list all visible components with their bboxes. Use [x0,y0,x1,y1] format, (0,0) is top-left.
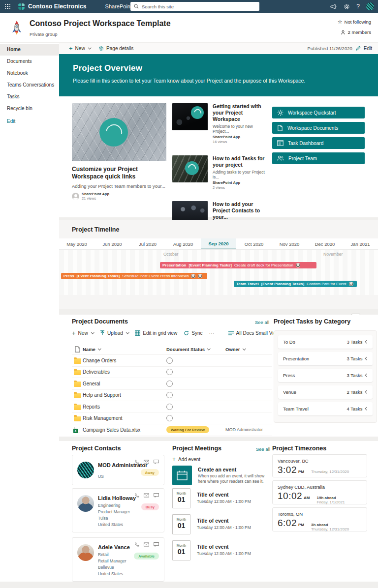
document-row[interactable]: Reports [72,401,272,413]
month-tab[interactable]: Dec 2020 [307,238,343,249]
sidebar-item-teams-conversations[interactable]: Teams Conversations [0,79,59,91]
mail-icon[interactable] [144,460,149,464]
event-date-box[interactable]: Month 01 [172,488,190,508]
mail-icon[interactable] [144,542,149,547]
doc-new-button[interactable]: + New [72,330,94,336]
quicklink-workspace-quickstart[interactable]: Workspace Quickstart [272,107,365,118]
contact-card[interactable]: Lidia Holloway Engineering Product Manag… [72,488,164,532]
file-type-column-icon[interactable] [75,346,80,353]
app-launcher-icon[interactable] [5,4,10,9]
settings-gear-icon[interactable] [344,3,350,10]
quicklink-task-dashboard[interactable]: Task Dashboard [272,137,365,149]
event-title[interactable]: Title of event [197,492,229,498]
site-logo[interactable] [7,18,27,37]
news-item-title[interactable]: How to add Tasks for your project [213,155,267,168]
contoso-logo-icon[interactable] [18,3,25,10]
status-radio[interactable] [166,404,173,410]
meetings-see-all-link[interactable]: See all [256,446,270,452]
documents-see-all-link[interactable]: See all [255,320,269,325]
document-name[interactable]: Change Orders [83,358,116,363]
new-button[interactable]: + New [69,45,91,52]
column-header-owner[interactable]: Owner [225,347,272,352]
task-category-row[interactable]: To Do 3 Tasks [278,335,373,349]
doc-more-button[interactable]: ⋯ [209,330,215,336]
contact-card[interactable]: Adele Vance Retail Retail Manager Bellev… [72,537,164,582]
month-tab[interactable]: Aug 2020 [165,238,201,249]
event-title[interactable]: Title of event [197,518,229,524]
help-icon[interactable]: ? [356,3,360,9]
month-tab[interactable]: Jun 2020 [94,238,130,249]
contact-name[interactable]: Adele Vance [98,544,130,550]
month-tab[interactable]: May 2020 [59,238,94,249]
status-radio[interactable] [166,369,173,375]
phone-icon[interactable] [134,542,139,547]
document-row[interactable]: Risk Management [72,413,272,425]
document-row[interactable]: Help and Support [72,390,272,402]
sidebar-item-notebook[interactable]: Notebook [0,67,59,79]
news-main-article[interactable]: Customize your Project Workspace quick l… [72,103,166,201]
doc-sync-button[interactable]: Sync [184,330,202,336]
news-item[interactable]: Getting started with your Project Worksp… [172,103,267,144]
column-header-status[interactable]: Document Status [166,347,225,352]
sidebar-item-home[interactable]: Home [0,44,59,56]
document-name[interactable]: Campaign Sales Data.xlsx [83,427,140,433]
status-radio[interactable] [166,392,173,398]
create-event-tile[interactable] [172,466,192,485]
news-item[interactable]: How to add Tasks for your project Adding… [172,155,267,190]
news-item-title[interactable]: Getting started with your Project Worksp… [213,103,267,122]
status-radio[interactable] [166,357,173,364]
month-tab[interactable]: Oct 2020 [236,238,272,249]
account-avatar[interactable] [366,2,374,10]
document-name[interactable]: Reports [83,404,100,410]
document-row[interactable]: Deliverables [72,367,272,379]
sidebar-item-tasks[interactable]: Tasks [0,91,59,103]
news-main-title[interactable]: Customize your Project Workspace quick l… [72,166,166,180]
doc-upload-button[interactable]: Upload [100,330,128,336]
contact-name[interactable]: Lidia Holloway [98,495,136,501]
page-details-button[interactable]: Page details [98,46,133,51]
quicklink-workspace-documents[interactable]: Workspace Documents [272,122,365,134]
document-name[interactable]: General [83,381,100,386]
sidebar-item-recycle-bin[interactable]: Recycle bin [0,103,59,115]
month-tab-selected[interactable]: Sep 2020 [201,238,236,249]
doc-grid-view-button[interactable]: Edit in grid view [135,330,177,336]
document-row[interactable]: General [72,378,272,390]
contact-card[interactable]: MOD Administrator US Away [72,455,164,485]
task-category-row[interactable]: Venue 2 Tasks [278,385,373,399]
timeline-event-press[interactable]: Press [Event Planning Tasks] Schedule Po… [61,273,207,279]
sharepoint-link[interactable]: SharePoint [105,3,132,9]
chat-icon[interactable] [154,493,159,498]
timeline-event-presentation[interactable]: Presentation [Event Planning Tasks] Crea… [160,262,316,268]
brand-name[interactable]: Contoso Electronics [28,3,87,10]
status-radio[interactable] [166,381,173,387]
phone-icon[interactable] [134,493,139,498]
sidebar-item-documents[interactable]: Documents [0,56,59,67]
edit-page-button[interactable]: Edit [364,46,372,51]
status-radio[interactable] [166,415,173,421]
follow-button[interactable]: ☆ Not following [338,19,371,25]
document-name[interactable]: Deliverables [83,369,110,375]
timeline-event-team-travel[interactable]: Team Travel [Event Planning Tasks] Confi… [234,281,357,287]
document-name[interactable]: Help and Support [83,392,121,398]
month-tab[interactable]: Nov 2020 [272,238,307,249]
quicklink-project-team[interactable]: Project Team [272,152,365,164]
phone-icon[interactable] [134,460,139,465]
sidebar-edit-link[interactable]: Edit [0,116,59,127]
month-tab[interactable]: Jan 2021 [343,238,378,249]
members-link[interactable]: 2 members [341,29,371,35]
event-date-box[interactable]: Month 01 [172,514,190,534]
event-date-box[interactable]: Month 01 [172,540,190,560]
task-category-row[interactable]: Presentation 3 Tasks [278,352,373,365]
status-badge[interactable]: Waiting For Review [166,426,209,433]
site-title[interactable]: Contoso Project Workspace Template [30,19,171,28]
event-title[interactable]: Title of event [197,544,229,550]
site-search-input[interactable]: Search this site [130,2,259,11]
news-item-title[interactable]: How to add your Project Contacts to your… [213,201,267,220]
task-category-row[interactable]: Press 3 Tasks [278,369,373,382]
document-row[interactable]: Campaign Sales Data.xlsx Waiting For Rev… [72,424,272,436]
mail-icon[interactable] [144,493,149,498]
task-category-row[interactable]: Team Travel 4 Tasks [278,402,373,415]
document-row[interactable]: Change Orders [72,355,272,367]
chat-icon[interactable] [154,460,159,464]
megaphone-icon[interactable] [330,4,337,9]
